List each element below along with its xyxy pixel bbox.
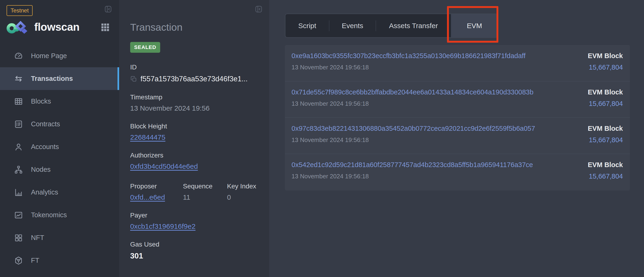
evm-transaction-row[interactable]: 0x542ed1c92d59c21d81a60f258777457ad4b232… [285, 154, 630, 191]
sequence-value: 11 [183, 193, 227, 201]
status-badge: SEALED [130, 42, 160, 53]
evm-transaction-list: 0xe9a1603bc9355fc307b23eccfb3bfc1a3255a0… [285, 45, 630, 191]
payer-label: Payer [130, 212, 260, 219]
sidebar-item-label: Transactions [31, 75, 73, 82]
panel-collapse-icon[interactable] [255, 5, 263, 13]
evm-block-number-link[interactable]: 15,667,804 [588, 136, 623, 144]
contract-doc-icon [14, 119, 24, 129]
trend-box-icon [14, 210, 24, 220]
sidebar-item-tokenomics[interactable]: Tokenomics [0, 204, 119, 226]
timestamp-label: Timestamp [130, 93, 260, 101]
evm-block-label: EVM Block [588, 88, 623, 96]
apps-grid-icon[interactable] [100, 22, 110, 32]
logo[interactable]: flowscan [6, 20, 80, 34]
tab-bar: Script Events Assets Transfer EVM [285, 13, 498, 38]
gas-used-value: 301 [130, 252, 260, 260]
hierarchy-icon [14, 165, 24, 175]
sidebar-item-label: NFT [31, 234, 44, 242]
evm-transaction-row[interactable]: 0x71de55c7f989c8ce6bb2bffabdbe2044ee6a01… [285, 81, 630, 118]
proposer-label: Proposer [130, 183, 183, 190]
sidebar-item-analytics[interactable]: Analytics [0, 181, 119, 204]
evm-block-number-link[interactable]: 15,667,804 [588, 63, 623, 71]
evm-tx-timestamp: 13 November 2024 19:56:18 [292, 136, 535, 144]
authorizers-label: Authorizers [130, 152, 260, 159]
sidebar-item-label: Analytics [31, 188, 58, 196]
timestamp-value: 13 November 2024 19:56 [130, 104, 260, 112]
person-icon [14, 142, 24, 152]
key-index-value: 0 [227, 193, 256, 201]
sidebar-item-label: Blocks [31, 97, 51, 105]
sidebar-item-label: Tokenomics [31, 211, 67, 219]
payer-link[interactable]: 0xcb1cf3196916f9e2 [130, 222, 196, 230]
sidebar-item-label: FT [31, 257, 39, 264]
evm-tx-timestamp: 13 November 2024 19:56:18 [292, 64, 526, 71]
cube-icon [14, 256, 24, 266]
gauge-icon [14, 51, 24, 61]
sidebar-item-label: Nodes [31, 166, 51, 173]
tab-script[interactable]: Script [286, 14, 329, 37]
evm-transaction-row[interactable]: 0xe9a1603bc9355fc307b23eccfb3bfc1a3255a0… [285, 45, 630, 81]
sidebar-item-blocks[interactable]: Blocks [0, 90, 119, 113]
block-height-label: Block Height [130, 123, 260, 130]
evm-tx-hash-link[interactable]: 0x71de55c7f989c8ce6bb2bffabdbe2044ee6a01… [292, 88, 534, 96]
sidebar-item-contracts[interactable]: Contracts [0, 113, 119, 135]
evm-transaction-row[interactable]: 0x97c83d3eb8221431306880a35452a0b0772cec… [285, 118, 630, 154]
sidebar-item-label: Home Page [31, 52, 67, 60]
sidebar-collapse-icon[interactable] [104, 5, 112, 13]
brand-name: flowscan [34, 21, 80, 33]
gas-used-label: Gas Used [130, 241, 260, 248]
evm-block-label: EVM Block [588, 161, 623, 169]
evm-block-label: EVM Block [588, 52, 623, 60]
block-height-link[interactable]: 226844475 [130, 133, 165, 141]
evm-tx-timestamp: 13 November 2024 19:56:18 [292, 173, 533, 180]
proposer-link[interactable]: 0xfd...e6ed [130, 193, 165, 201]
tab-evm[interactable]: EVM [451, 14, 498, 37]
sidebar-item-label: Contracts [31, 120, 60, 128]
sequence-label: Sequence [183, 183, 227, 190]
authorizers-link[interactable]: 0xfd3b4cd50d44e6ed [130, 162, 198, 170]
grid-table-icon [14, 97, 24, 106]
evm-block-label: EVM Block [588, 125, 623, 132]
evm-tx-timestamp: 13 November 2024 19:56:18 [292, 100, 534, 107]
tab-events[interactable]: Events [329, 14, 376, 37]
sidebar: Testnet [0, 0, 119, 277]
transfer-arrows-icon [14, 74, 24, 84]
sidebar-item-accounts[interactable]: Accounts [0, 135, 119, 158]
sidebar-nav: Home Page Transactions Blocks Contracts [0, 44, 119, 272]
bar-chart-icon [14, 188, 24, 197]
four-squares-icon [14, 233, 24, 243]
evm-tx-hash-link[interactable]: 0x97c83d3eb8221431306880a35452a0b0772cec… [292, 125, 535, 132]
main-content: Script Events Assets Transfer EVM 0xe9a1… [269, 0, 644, 277]
transaction-detail-panel: Transaction SEALED ID f557a1573b76aa53e7… [119, 0, 269, 277]
evm-block-number-link[interactable]: 15,667,804 [588, 173, 623, 180]
evm-tx-hash-link[interactable]: 0xe9a1603bc9355fc307b23eccfb3bfc1a3255a0… [292, 52, 526, 60]
evm-tx-hash-link[interactable]: 0x542ed1c92d59c21d81a60f258777457ad4b232… [292, 161, 533, 169]
flowscan-transaction-screen: Testnet [0, 0, 644, 277]
sidebar-item-home-page[interactable]: Home Page [0, 44, 119, 67]
id-label: ID [130, 63, 260, 71]
tab-assets-transfer[interactable]: Assets Transfer [376, 14, 451, 37]
transaction-id-value: f557a1573b76aa53e73d46f3e1... [140, 75, 248, 83]
network-badge: Testnet [6, 5, 32, 16]
sidebar-item-transactions[interactable]: Transactions [0, 67, 119, 90]
sidebar-item-nft[interactable]: NFT [0, 226, 119, 249]
key-index-label: Key Index [227, 183, 256, 190]
sidebar-item-ft[interactable]: FT [0, 249, 119, 272]
page-title: Transaction [130, 0, 260, 33]
sidebar-item-label: Accounts [31, 143, 59, 151]
copy-icon[interactable] [130, 75, 137, 82]
sidebar-item-nodes[interactable]: Nodes [0, 158, 119, 181]
evm-block-number-link[interactable]: 15,667,804 [588, 100, 623, 108]
flowscan-logo-icon [6, 20, 29, 34]
